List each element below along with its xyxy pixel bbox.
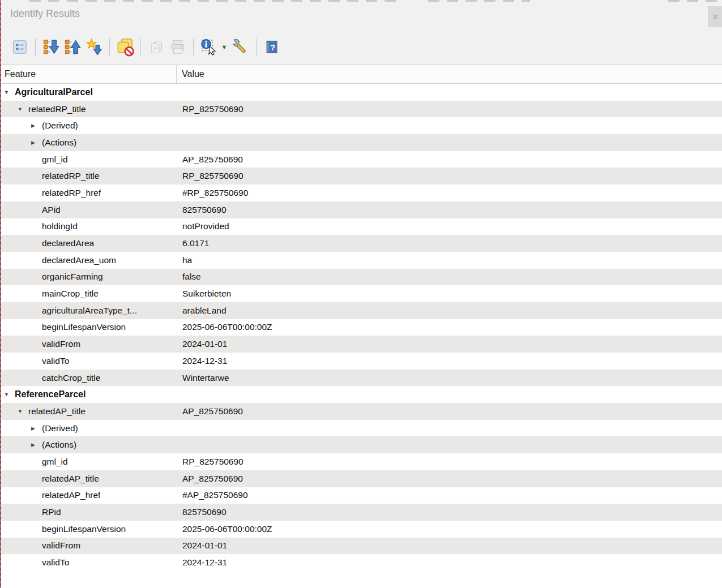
table-row[interactable]: beginLifespanVersion 2025-06-06T00:00:00… — [0, 521, 722, 538]
feature-label: declaredArea_uom — [42, 255, 116, 265]
feature-cell: agriculturalAreaType_t... — [0, 306, 177, 316]
table-row[interactable]: validFrom 2024-01-01 — [0, 538, 722, 555]
collapsed-arrow-icon[interactable]: ▶ — [30, 426, 42, 431]
feature-label: agriculturalAreaType_t... — [42, 306, 137, 316]
feature-label: validFrom — [42, 540, 80, 551]
expanded-arrow-icon[interactable]: ▼ — [16, 106, 28, 112]
table-row[interactable]: validFrom 2024-01-01 — [0, 336, 722, 353]
toolbar-separator — [35, 38, 36, 55]
feature-cell: organicFarming — [0, 272, 177, 282]
table-row[interactable]: ▼ ReferenceParcel — [0, 386, 722, 403]
value-cell: arableLand — [177, 306, 722, 316]
table-row[interactable]: beginLifespanVersion 2025-06-06T00:00:00… — [0, 319, 722, 336]
table-row[interactable]: catchCrop_title Wintertarwe — [0, 370, 722, 387]
toolbar: ▼ ? — [0, 32, 722, 62]
value-cell: ha — [177, 255, 722, 265]
feature-cell: ▼ relatedRP_title — [0, 104, 177, 114]
identify-mode-button[interactable] — [199, 36, 219, 58]
feature-cell: ▼ ReferenceParcel — [0, 389, 177, 400]
feature-cell: declaredArea — [0, 238, 177, 248]
form-view-button[interactable] — [10, 36, 29, 58]
table-row[interactable]: relatedRP_title RP_825750690 — [0, 168, 722, 184]
identify-settings-button[interactable] — [231, 36, 250, 58]
feature-cell: declaredArea_uom — [0, 255, 177, 265]
feature-cell: mainCrop_title — [0, 289, 177, 299]
feature-label: relatedAP_title — [42, 474, 99, 484]
identify-mode-dropdown[interactable]: ▼ — [220, 36, 229, 58]
collapsed-arrow-icon[interactable]: ▶ — [30, 140, 42, 145]
window-chrome: Identify Results × — [0, 0, 722, 65]
expanded-arrow-icon[interactable]: ▼ — [16, 409, 28, 414]
value-cell: 2024-01-01 — [177, 339, 722, 349]
collapsed-arrow-icon[interactable]: ▶ — [30, 442, 42, 448]
collapse-tree-icon — [64, 38, 81, 55]
table-row[interactable]: ▶ (Derived) — [0, 420, 722, 437]
feature-label: APid — [42, 205, 61, 215]
value-cell: 2025-06-06T00:00:00Z — [177, 322, 722, 332]
table-row[interactable]: relatedAP_title AP_825750690 — [0, 470, 722, 487]
feature-cell: ▶ (Actions) — [0, 138, 177, 148]
value-column-header[interactable]: Value — [177, 65, 722, 83]
help-button[interactable]: ? — [262, 36, 281, 58]
table-row[interactable]: ▼ AgriculturalParcel — [0, 84, 722, 101]
table-row[interactable]: relatedAP_href #AP_825750690 — [0, 487, 722, 504]
value-cell: RP_825750690 — [177, 104, 722, 114]
feature-cell: gml_id — [0, 154, 177, 165]
table-row[interactable]: APid 825750690 — [0, 201, 722, 218]
table-row[interactable]: declaredArea 6.0171 — [0, 235, 722, 252]
collapse-tree-button[interactable] — [63, 36, 82, 58]
table-row[interactable]: declaredArea_uom ha — [0, 252, 722, 269]
table-row[interactable]: relatedRP_href #RP_825750690 — [0, 184, 722, 201]
panel-title: Identify Results — [10, 8, 80, 20]
table-row[interactable]: ▼ relatedRP_title RP_825750690 — [0, 101, 722, 118]
value-cell: false — [177, 272, 722, 282]
collapsed-arrow-icon[interactable]: ▶ — [30, 123, 42, 128]
clear-results-button[interactable] — [116, 36, 135, 58]
table-row[interactable]: holdingId notProvided — [0, 218, 722, 235]
expand-tree-button[interactable] — [41, 36, 61, 58]
feature-label: declaredArea — [42, 238, 94, 248]
feature-label: relatedRP_title — [42, 171, 100, 181]
close-button[interactable]: × — [708, 6, 722, 27]
feature-cell: ▶ (Actions) — [0, 440, 177, 450]
value-cell: RP_825750690 — [177, 171, 722, 181]
table-row[interactable]: validTo 2024-12-31 — [0, 554, 722, 571]
feature-cell: validFrom — [0, 339, 177, 349]
table-row[interactable]: ▶ (Actions) — [0, 134, 722, 151]
table-row[interactable]: validTo 2024-12-31 — [0, 353, 722, 370]
feature-column-header[interactable]: Feature — [0, 65, 177, 83]
expanded-arrow-icon[interactable]: ▼ — [3, 392, 15, 397]
feature-cell: validFrom — [0, 540, 177, 551]
table-row[interactable]: ▶ (Actions) — [0, 436, 722, 453]
results-table: Feature Value ▼ AgriculturalParcel ▼ rel… — [0, 65, 722, 588]
table-row[interactable]: gml_id RP_825750690 — [0, 453, 722, 470]
feature-cell: relatedRP_href — [0, 188, 177, 198]
print-button[interactable] — [168, 36, 187, 58]
feature-label: beginLifespanVersion — [42, 322, 126, 332]
table-row[interactable]: ▶ (Derived) — [0, 117, 722, 134]
feature-cell: ▼ relatedAP_title — [0, 406, 177, 417]
feature-label: (Derived) — [42, 121, 78, 131]
svg-text:?: ? — [270, 42, 275, 52]
table-row[interactable]: ▼ relatedAP_title AP_825750690 — [0, 403, 722, 420]
table-row[interactable]: agriculturalAreaType_t... arableLand — [0, 302, 722, 319]
table-row[interactable]: organicFarming false — [0, 269, 722, 286]
value-cell: notProvided — [177, 221, 722, 231]
toolbar-separator — [109, 38, 110, 55]
titlebar[interactable]: Identify Results × — [0, 0, 722, 29]
table-row[interactable]: gml_id AP_825750690 — [0, 151, 722, 168]
table-row[interactable]: mainCrop_title Suikerbieten — [0, 285, 722, 302]
feature-cell: validTo — [0, 557, 177, 568]
table-row[interactable]: RPid 825750690 — [0, 504, 722, 521]
expanded-arrow-icon[interactable]: ▼ — [3, 89, 15, 95]
feature-label: organicFarming — [42, 272, 103, 282]
expand-new-results-button[interactable] — [84, 36, 104, 58]
feature-label: relatedRP_href — [42, 188, 101, 198]
toolbar-separator — [256, 38, 257, 55]
settings-wrench-icon — [232, 38, 250, 56]
feature-label: catchCrop_title — [42, 373, 100, 383]
copy-feature-button[interactable] — [147, 36, 166, 58]
identify-mode-icon — [200, 38, 218, 56]
feature-label: relatedRP_title — [28, 104, 86, 114]
feature-cell: relatedAP_href — [0, 490, 177, 500]
